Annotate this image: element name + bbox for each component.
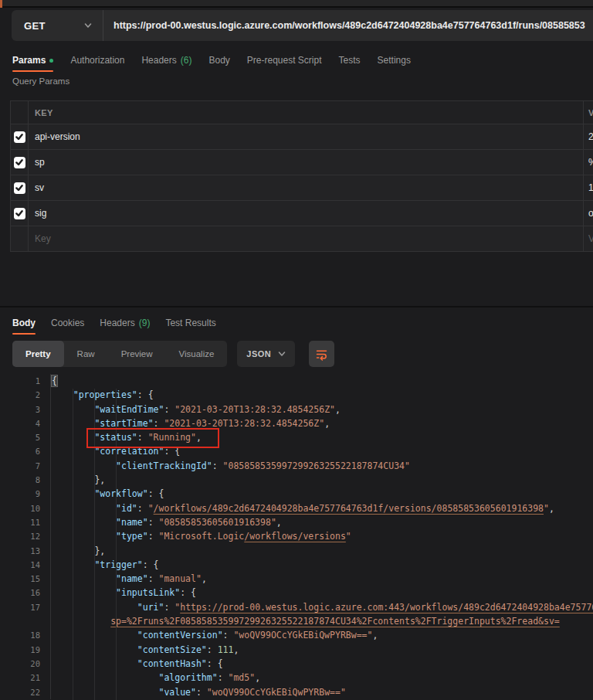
chevron-down-icon [84,22,92,29]
check-icon [15,184,23,192]
tab-body[interactable]: Body [208,55,229,66]
line-content: "name": "manual", [51,572,207,586]
tab-tests[interactable]: Tests [339,55,361,66]
tab-pre-request-script[interactable]: Pre-request Script [247,55,322,66]
line-number: 12 [0,529,51,543]
line-content: "value": "woQV99OCcYGkEBiQwPYRBw==" [51,685,346,699]
value-placeholder-input[interactable]: Value [583,226,593,251]
table-row: sv 1 [11,175,593,201]
tab-settings[interactable]: Settings [378,55,411,66]
line-number: 4 [0,416,51,430]
query-params-title: Query Params [12,76,69,86]
method-label: GET [24,20,46,32]
view-pretty[interactable]: Pretty [12,341,64,367]
code-line: 7 "clientTrackingId": "08585853599729926… [0,459,593,473]
url-input[interactable]: https://prod-00.westus.logic.azure.com/w… [103,10,593,41]
key-placeholder-input[interactable]: Key [29,226,583,251]
line-number: 20 [0,657,51,671]
code-line: 21 "algorithm": "md5", [0,671,593,685]
method-dropdown[interactable]: GET [12,10,103,41]
tab-tests-label: Tests [339,55,361,66]
code-line: 9 "workflow": { [0,487,593,501]
param-key[interactable]: sp [29,150,583,175]
param-key[interactable]: sig [29,201,583,226]
line-number: 3 [0,403,51,416]
param-checkbox[interactable] [14,157,25,168]
tab-cookies-label: Cookies [51,318,84,328]
tab-response-headers-label: Headers [100,318,134,328]
param-value[interactable]: o [583,201,593,226]
tab-pre-request-script-label: Pre-request Script [247,55,322,66]
tab-cookies[interactable]: Cookies [51,318,84,328]
header-checkbox-cell [11,101,29,124]
request-url-bar: GET https://prod-00.westus.logic.azure.c… [12,10,593,41]
param-value[interactable]: 1 [583,175,593,200]
tab-settings-label: Settings [378,55,411,66]
code-line: 1{ [0,374,593,388]
code-line: 10 "id": "/workflows/489c2d6472404928ba4… [0,501,593,515]
code-line: 14 "trigger": { [0,558,593,572]
code-line: 22 "value": "woQV99OCcYGkEBiQwPYRBw==" [0,685,593,699]
param-key[interactable]: api-version [29,124,583,149]
line-content: "type": "Microsoft.Logic/workflows/versi… [51,529,351,543]
line-content: "trigger": { [51,558,158,572]
param-value[interactable]: 2 [583,124,593,149]
format-dropdown[interactable]: JSON [237,341,295,367]
key-column-header: KEY [29,101,583,124]
code-line: 15 "name": "manual", [0,572,593,586]
check-icon [15,209,23,217]
line-content: "properties": { [51,388,154,402]
response-tabs: Body Cookies Headers (9) Test Results [12,313,216,333]
active-tab-indicator [0,0,2,8]
chevron-down-icon [278,350,286,358]
view-raw[interactable]: Raw [64,341,108,367]
format-label: JSON [246,349,271,358]
param-value[interactable]: % [583,150,593,175]
line-number: 16 [0,586,51,600]
view-switcher: Pretty Raw Preview Visualize [12,341,227,367]
tab-response-headers[interactable]: Headers (9) [100,318,150,328]
line-content: "algorithm": "md5", [51,671,260,685]
code-line: 3 "waitEndTime": "2021-03-20T13:28:32.48… [0,403,593,416]
line-content: "workflow": { [51,487,164,501]
line-content: "id": "/workflows/489c2d6472404928ba4e75… [51,501,554,515]
param-checkbox[interactable] [14,131,25,143]
code-line: 19 "contentSize": 111, [0,643,593,657]
tab-headers-label: Headers [141,55,176,66]
table-row: api-version 2 [11,124,593,150]
code-line: 11 "name": "08585853605601916398", [0,515,593,529]
tab-params[interactable]: Params [12,55,53,66]
param-checkbox[interactable] [14,208,25,219]
code-line: 12 "type": "Microsoft.Logic/workflows/ve… [0,529,593,543]
tab-authorization[interactable]: Authorization [70,55,124,66]
line-number: 13 [0,544,51,558]
param-checkbox[interactable] [14,182,25,194]
line-content: "contentSize": 111, [51,643,239,657]
wrap-lines-button[interactable] [309,341,334,367]
table-row: sig o [11,201,593,226]
code-line: 2 "properties": { [0,388,593,402]
pane-splitter[interactable] [0,306,593,308]
response-body-editor[interactable]: 1{2 "properties": {3 "waitEndTime": "202… [0,374,593,700]
tab-response-body[interactable]: Body [12,318,36,328]
tab-headers-count: (6) [181,55,192,66]
line-number: 17 [0,600,51,614]
code-line: sp=%2Fruns%2F085858535997299263255221878… [0,614,593,628]
line-content: "contentVersion": "woQV99OCcYGkEBiQwPYRB… [51,628,378,642]
view-visualize[interactable]: Visualize [166,341,228,367]
tab-body-label: Body [208,55,229,66]
line-number: 1 [0,374,51,388]
tab-test-results[interactable]: Test Results [165,318,215,328]
view-preview[interactable]: Preview [108,341,166,367]
line-content: }, [51,473,105,487]
line-number: 2 [0,388,51,402]
line-content: "name": "08585853605601916398", [51,515,282,529]
window-top-strip [0,0,593,8]
indent-guide [73,389,73,700]
line-number: 19 [0,643,51,657]
code-line: 18 "contentVersion": "woQV99OCcYGkEBiQwP… [0,628,593,642]
line-number: 10 [0,501,51,515]
response-toolbar: Pretty Raw Preview Visualize JSON [12,341,334,367]
tab-headers[interactable]: Headers (6) [141,55,191,66]
param-key[interactable]: sv [29,175,583,200]
